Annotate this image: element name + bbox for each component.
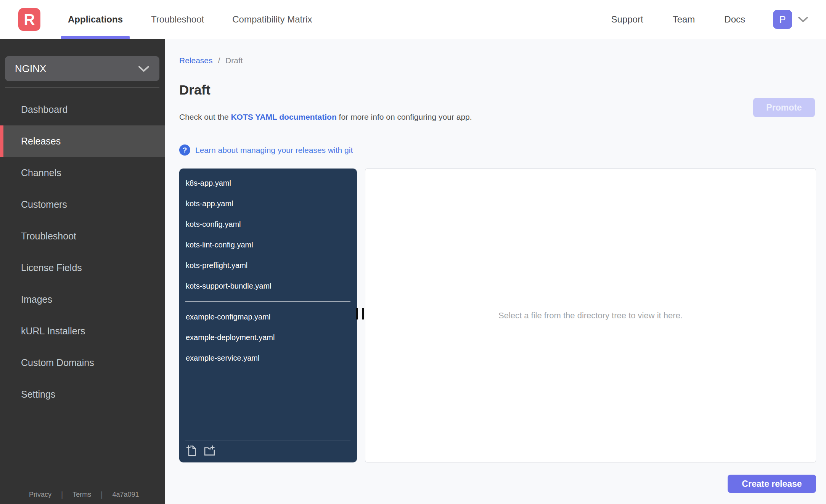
nav-link[interactable]: Support [611, 14, 643, 25]
sidebar-item[interactable]: Images [0, 284, 165, 315]
replicated-logo[interactable]: R [18, 8, 40, 31]
app-selector-value: NGINX [15, 63, 46, 75]
add-file-icon[interactable] [185, 444, 198, 457]
sidebar-item[interactable]: Settings [0, 379, 165, 410]
file-tree-item[interactable]: example-deployment.yaml [179, 327, 357, 348]
secondary-nav-links: Support Team Docs [611, 14, 745, 25]
file-view-placeholder: Select a file from the directory tree to… [498, 311, 683, 321]
file-tree-panel: k8s-app.yaml kots-app.yaml kots-config.y… [179, 169, 357, 462]
breadcrumb: Releases / Draft [179, 56, 243, 65]
file-tree-example-group: example-configmap.yaml example-deploymen… [179, 307, 357, 368]
release-editor: k8s-app.yaml kots-app.yaml kots-config.y… [179, 169, 816, 462]
file-tree-item[interactable]: kots-lint-config.yaml [179, 234, 357, 255]
sidebar-item[interactable]: Channels [0, 157, 165, 189]
build-hash: 4a7a091 [112, 491, 139, 499]
question-circle-icon: ? [179, 144, 190, 156]
add-folder-icon[interactable] [203, 444, 216, 457]
pane-resize-handle[interactable] [356, 308, 364, 319]
file-tree-item[interactable]: kots-support-bundle.yaml [179, 276, 357, 296]
breadcrumb-releases-link[interactable]: Releases [179, 56, 213, 65]
sidebar-item[interactable]: Custom Domains [0, 347, 165, 379]
sidebar-item[interactable]: Troubleshoot [0, 220, 165, 252]
sidebar-item[interactable]: kURL Installers [0, 315, 165, 347]
terms-link[interactable]: Terms [72, 491, 91, 499]
nav-tab[interactable]: Compatibility Matrix [225, 0, 319, 39]
file-tree-item[interactable]: example-configmap.yaml [179, 307, 357, 327]
user-menu[interactable]: P [773, 10, 808, 29]
avatar[interactable]: P [773, 10, 792, 29]
page-title: Draft [179, 82, 211, 98]
git-releases-help-link[interactable]: Learn about managing your releases with … [195, 146, 353, 155]
file-tree-item[interactable]: kots-preflight.yaml [179, 255, 357, 276]
privacy-link[interactable]: Privacy [29, 491, 51, 499]
file-tree-item[interactable]: kots-config.yaml [179, 214, 357, 234]
file-view-pane: Select a file from the directory tree to… [365, 169, 816, 462]
file-tree-item[interactable]: kots-app.yaml [179, 193, 357, 214]
footer-separator: | [101, 490, 103, 499]
footer-separator: | [61, 490, 63, 499]
description-prefix: Check out the [179, 112, 231, 121]
sidebar-divider [5, 87, 159, 88]
sidebar-nav: Dashboard Releases Channels Customers Tr… [0, 94, 165, 410]
description-suffix: for more info on configuring your app. [337, 112, 472, 121]
resize-bar [362, 308, 364, 319]
sidebar-item[interactable]: Dashboard [0, 94, 165, 125]
file-tree-kots-group: k8s-app.yaml kots-app.yaml kots-config.y… [179, 173, 357, 296]
sidebar: NGINX Dashboard Releases Channels Custom… [0, 39, 165, 504]
resize-bar [356, 308, 358, 319]
kots-yaml-docs-link[interactable]: KOTS YAML documentation [231, 112, 336, 121]
nav-tab[interactable]: Applications [61, 0, 130, 39]
nav-tab-label: Compatibility Matrix [232, 14, 312, 25]
file-tree-divider [185, 301, 350, 302]
sidebar-item[interactable]: License Fields [0, 252, 165, 284]
sidebar-item[interactable]: Releases [0, 125, 165, 157]
chevron-down-icon[interactable] [798, 16, 808, 23]
create-release-button[interactable]: Create release [728, 475, 816, 493]
chevron-down-icon [138, 65, 149, 72]
nav-right: Support Team Docs P [611, 10, 826, 29]
nav-tab-label: Troubleshoot [151, 14, 204, 25]
nav-link[interactable]: Docs [724, 14, 745, 25]
nav-tab[interactable]: Troubleshoot [144, 0, 211, 39]
file-tree-toolbar [179, 440, 357, 462]
breadcrumb-current: Draft [225, 56, 243, 65]
file-tree-item[interactable]: k8s-app.yaml [179, 173, 357, 193]
page-description: Check out the KOTS YAML documentation fo… [179, 112, 472, 122]
sidebar-footer: Privacy | Terms | 4a7a091 [29, 490, 139, 499]
promote-button[interactable]: Promote [753, 98, 815, 117]
sidebar-item[interactable]: Customers [0, 189, 165, 220]
nav-tab-label: Applications [68, 14, 123, 25]
breadcrumb-separator: / [218, 56, 220, 65]
app-selector-dropdown[interactable]: NGINX [5, 56, 159, 81]
git-help-row: ? Learn about managing your releases wit… [179, 144, 353, 156]
nav-link[interactable]: Team [673, 14, 695, 25]
file-tree-item[interactable]: example-service.yaml [179, 348, 357, 368]
main-content: Releases / Draft Draft Promote Check out… [165, 39, 826, 504]
top-nav: R Applications Troubleshoot Compatibilit… [0, 0, 826, 39]
primary-nav-tabs: Applications Troubleshoot Compatibility … [61, 0, 319, 39]
